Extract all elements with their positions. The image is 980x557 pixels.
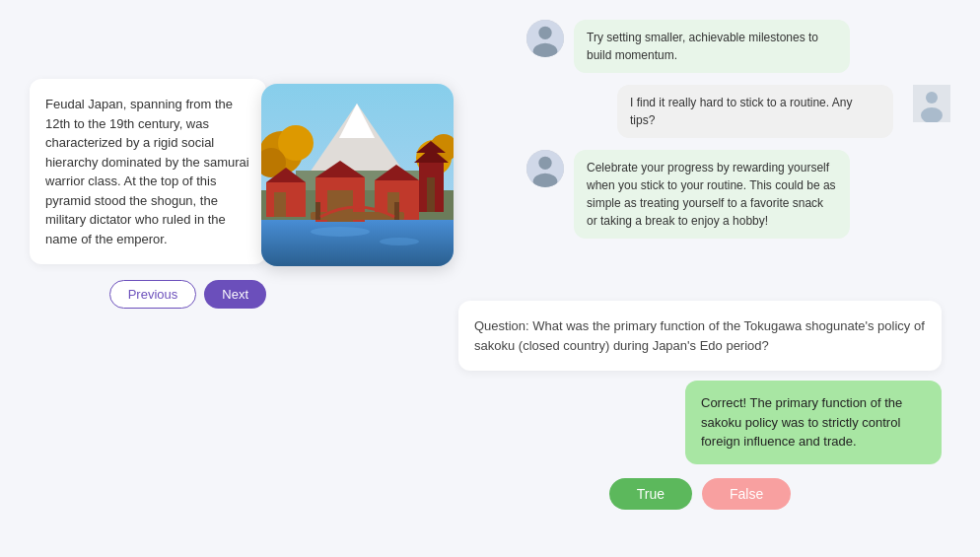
svg-point-9 xyxy=(380,238,419,245)
assistant-avatar-1 xyxy=(526,20,564,57)
answer-text: Correct! The primary function of the sak… xyxy=(701,393,926,452)
question-bubble: Question: What was the primary function … xyxy=(458,301,942,371)
assistant-avatar-2 xyxy=(526,150,564,187)
svg-point-8 xyxy=(311,227,370,237)
feudal-japan-image xyxy=(261,84,454,266)
info-card: Feudal Japan, spanning from the 12th to … xyxy=(30,79,266,264)
next-button[interactable]: Next xyxy=(204,280,266,309)
svg-rect-22 xyxy=(315,202,320,220)
svg-rect-7 xyxy=(261,217,454,266)
info-text: Feudal Japan, spanning from the 12th to … xyxy=(45,95,250,248)
svg-point-37 xyxy=(538,157,551,170)
tf-buttons: True False xyxy=(458,478,942,510)
svg-rect-13 xyxy=(274,192,286,217)
left-panel: Feudal Japan, spanning from the 12th to … xyxy=(30,79,266,309)
chat-panel: Try setting smaller, achievable mileston… xyxy=(526,20,950,250)
false-button[interactable]: False xyxy=(702,478,791,510)
previous-button[interactable]: Previous xyxy=(109,280,197,309)
nav-buttons: Previous Next xyxy=(30,280,266,309)
svg-rect-23 xyxy=(394,202,399,220)
answer-bubble: Correct! The primary function of the sak… xyxy=(685,381,942,464)
chat-message-1: Try setting smaller, achievable mileston… xyxy=(526,20,950,73)
assistant-bubble-2: Celebrate your progress by rewarding you… xyxy=(574,150,850,239)
chat-message-3: Celebrate your progress by rewarding you… xyxy=(526,150,950,239)
svg-point-34 xyxy=(926,92,938,104)
true-button[interactable]: True xyxy=(609,478,692,510)
question-text: Question: What was the primary function … xyxy=(474,316,926,355)
svg-point-31 xyxy=(538,27,551,39)
user-bubble-1: I find it really hard to stick to a rout… xyxy=(617,85,893,138)
qa-section: Question: What was the primary function … xyxy=(458,301,942,510)
chat-message-2: I find it really hard to stick to a rout… xyxy=(526,85,950,138)
svg-rect-29 xyxy=(427,177,435,212)
assistant-bubble-1: Try setting smaller, achievable mileston… xyxy=(574,20,850,73)
user-avatar-1 xyxy=(913,85,950,122)
